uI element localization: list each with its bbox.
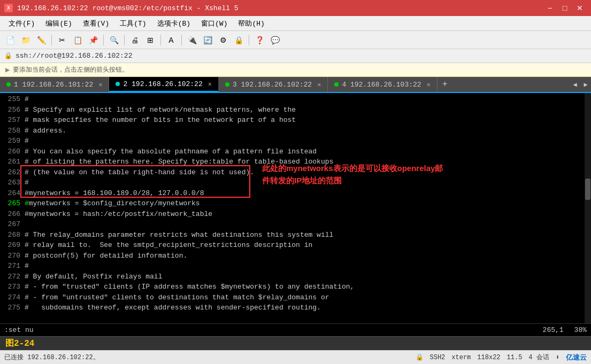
terminal-line-265: 265#mynetworks = $config_directory/mynet…	[4, 198, 587, 209]
terminal-line-255: 255#	[4, 94, 587, 105]
tab-nav: ◀ ▶	[570, 77, 591, 92]
ssh-icon: 🔒	[4, 52, 12, 60]
maximize-button[interactable]: □	[558, 2, 572, 14]
terminal-line-274: 274# - from "untrusted" clients to desti…	[4, 292, 587, 303]
scroll-percent: 38%	[574, 326, 587, 334]
tab-label-4: 4 192.168.26.103:22	[342, 81, 421, 89]
tab-dot-1	[6, 82, 11, 87]
terminal-line-256: 256# Specify an explicit list of network…	[4, 105, 587, 115]
toolbar: 📄 📁 ✏️ ✂ 📋 📌 🔍 🖨 ⊞ A 🔌 🔄 ⚙ 🔒 ❓ 💬	[0, 31, 591, 49]
minimize-button[interactable]: −	[543, 2, 557, 14]
footer: 已连接 192.168.26.102:22。 🔒 SSH2 xterm 118x…	[0, 350, 591, 364]
tab-close-2[interactable]: ✕	[208, 80, 212, 88]
tab-add-button[interactable]: +	[438, 77, 452, 92]
toolbar-new[interactable]: 📄	[3, 34, 17, 47]
cursor-position: 265,1	[543, 326, 564, 334]
toolbar-edit[interactable]: ✏️	[34, 34, 48, 47]
toolbar-print[interactable]: 🖨	[128, 34, 142, 47]
close-button[interactable]: ✕	[573, 2, 587, 14]
connection-status: 已连接 192.168.26.102:22。	[4, 353, 99, 362]
menubar: 文件(F) 编辑(E) 查看(V) 工具(T) 选项卡(B) 窗口(W) 帮助(…	[0, 16, 591, 31]
menu-tools[interactable]: 工具(T)	[116, 18, 150, 29]
scrollbar[interactable]	[585, 93, 591, 323]
footer-right: 🔒 SSH2 xterm 118x22 11.5 4 会话 ⬇ 亿速云	[416, 353, 587, 362]
terminal-line-258: 258# address.	[4, 126, 587, 136]
toolbar-sep2	[103, 35, 104, 45]
scrollbar-thumb[interactable]	[585, 179, 590, 200]
statusbar-right: 265,1 38%	[543, 326, 587, 334]
terminal-line-257: 257# mask specifies the number of bits i…	[4, 115, 587, 126]
titlebar-title: root@vms002:/etc/postfix - Xshell 5	[93, 4, 239, 12]
tab-label-3: 3 192.168.26.102:22	[233, 81, 312, 89]
menu-tabs[interactable]: 选项卡(B)	[153, 18, 195, 29]
terminal-line-275: 275# subdomains thereof, except addresse…	[4, 303, 587, 313]
menu-window[interactable]: 窗口(W)	[197, 18, 232, 29]
cmd-label: :set nu	[4, 326, 34, 334]
dl-icon[interactable]: ⬇	[556, 353, 559, 361]
annotation-text: 此处的mynetworks表示的是可以接收openrelay邮件转发的IP地址的…	[262, 162, 465, 187]
toolbar-sep5	[181, 35, 182, 45]
bottom-label: 图2-24	[0, 336, 591, 350]
toolbar-connect[interactable]: 🔌	[185, 34, 199, 47]
terminal-line-269: 269# relay mail to. See the smtpd_recipi…	[4, 240, 587, 251]
tab-close-4[interactable]: ✕	[427, 81, 431, 89]
terminal-line-264: 264#mynetworks = 168.100.189.0/28, 127.0…	[4, 188, 587, 199]
tab-dot-3	[225, 82, 229, 87]
tab-1[interactable]: 1 192.168.26.101:22 ✕	[0, 77, 109, 92]
menu-view[interactable]: 查看(V)	[79, 18, 113, 29]
tab-4[interactable]: 4 192.168.26.103:22 ✕	[328, 77, 437, 92]
toolbar-search[interactable]: 🔍	[107, 34, 121, 47]
tab-next-button[interactable]: ▶	[580, 76, 591, 92]
terminal-line-271: 271#	[4, 261, 587, 272]
term-size: 118x22	[477, 354, 500, 361]
menu-help[interactable]: 帮助(H)	[234, 18, 268, 29]
toolbar-copy[interactable]: 📋	[71, 34, 85, 47]
toolbar-paste[interactable]: 📌	[86, 34, 100, 47]
toolbar-settings[interactable]: ⚙	[216, 34, 230, 47]
app-icon: X	[4, 4, 13, 12]
toolbar-font[interactable]: A	[164, 34, 178, 47]
toolbar-sep3	[124, 35, 125, 45]
tab-label-2: 2 192.168.26.102:22	[123, 80, 202, 88]
brand-logo: 亿速云	[566, 353, 587, 362]
addressbar-text: ssh://root@192.168.26.102:22	[16, 52, 132, 60]
terminal[interactable]: 255# 256# Specify an explicit list of ne…	[0, 93, 591, 323]
tab-2[interactable]: 2 192.168.26.102:22 ✕	[109, 77, 218, 92]
toolbar-cut[interactable]: ✂	[55, 34, 69, 47]
tab-label-1: 1 192.168.26.101:22	[14, 81, 93, 89]
terminal-line-270: 270# postconf(5) for detailed informatio…	[4, 251, 587, 261]
terminal-line-260: 260# You can also specify the absolute p…	[4, 146, 587, 157]
hintbar: ▶ 要添加当前会话，点击左侧的箭头按钮。	[0, 63, 591, 77]
tab-dot-2	[116, 82, 120, 86]
toolbar-layout[interactable]: ⊞	[143, 34, 157, 47]
terminal-line-266: 266#mynetworks = hash:/etc/postfix/netwo…	[4, 209, 587, 220]
toolbar-sep6	[249, 35, 249, 45]
titlebar-left: X 192.168.26.102:22 root@vms002:/etc/pos…	[4, 4, 239, 12]
menu-edit[interactable]: 编辑(E)	[41, 18, 76, 29]
arrow-icon: ▶	[5, 65, 10, 74]
statusbar: :set nu 265,1 38%	[0, 323, 591, 336]
toolbar-lock[interactable]: 🔒	[232, 34, 245, 47]
tab-close-1[interactable]: ✕	[98, 81, 102, 89]
hintbar-text: 要添加当前会话，点击左侧的箭头按钮。	[13, 65, 128, 74]
terminal-line-272: 272# By default, Postfix relays mail	[4, 272, 587, 282]
num-value: 11.5	[507, 354, 523, 361]
tab-close-3[interactable]: ✕	[317, 81, 321, 89]
tab-dot-4	[334, 82, 339, 87]
tab-3[interactable]: 3 192.168.26.102:22 ✕	[219, 77, 328, 92]
titlebar: X 192.168.26.102:22 root@vms002:/etc/pos…	[0, 0, 591, 16]
addressbar: 🔒 ssh://root@192.168.26.102:22	[0, 49, 591, 63]
toolbar-chat[interactable]: 💬	[268, 34, 282, 47]
ssh-version: SSH2	[430, 354, 446, 361]
toolbar-sep4	[160, 35, 161, 45]
lock-icon: 🔒	[416, 353, 424, 361]
figure-label: 图2-24	[5, 338, 34, 349]
toolbar-help[interactable]: ❓	[252, 34, 266, 47]
terminal-line-259: 259#	[4, 136, 587, 146]
toolbar-open[interactable]: 📁	[19, 34, 33, 47]
tabbar: 1 192.168.26.101:22 ✕ 2 192.168.26.102:2…	[0, 77, 591, 93]
tab-prev-button[interactable]: ◀	[570, 76, 580, 92]
menu-file[interactable]: 文件(F)	[4, 18, 39, 29]
terminal-line-273: 273# - from "trusted" clients (IP addres…	[4, 282, 587, 292]
toolbar-transfer[interactable]: 🔄	[201, 34, 214, 47]
